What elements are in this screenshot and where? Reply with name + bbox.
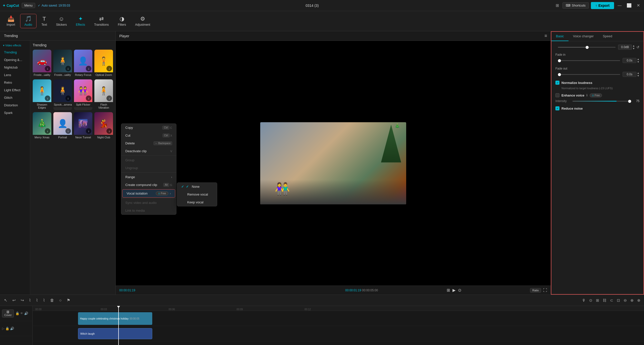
volume-slider-thumb[interactable] [586,46,589,49]
ctx-copy[interactable]: Copy Ctrl C [121,124,176,132]
tab-basic[interactable]: Basic [551,32,569,41]
ctx-range[interactable]: Range › [121,173,176,181]
volume-slider[interactable] [558,47,616,48]
ctx-delete[interactable]: Delete ← Backspace [121,139,176,147]
normalize-checkbox[interactable]: ✓ [555,81,559,85]
effect-download-9[interactable]: ↓ [65,128,71,134]
lock-icon[interactable]: 🔒 [15,311,19,315]
effect-download-0[interactable]: ↓ [45,66,50,71]
sidebar-item-trending[interactable]: Trending [1,49,29,56]
sidebar-item-lens[interactable]: Lens [1,71,29,79]
grid-view-button[interactable]: ⊞ [447,288,450,293]
effect-card-4[interactable]: 🧍↓Sharpen Edges [33,79,51,110]
clip-button[interactable]: ⊂ [609,297,614,304]
fade-in-up-button[interactable]: ▲ [637,58,639,60]
circle-button[interactable]: ○ [58,297,63,304]
text-tool[interactable]: T Text [37,14,51,28]
volume-icon[interactable]: 🔊 [24,311,28,315]
minimize-button[interactable]: — [616,3,623,8]
volume-up-button[interactable]: ▲ [632,44,635,47]
layout-icon[interactable]: ⊞ [554,3,560,8]
mic-button[interactable]: 🎙 [581,297,587,303]
ctx-deactivate[interactable]: Deactivate clip V [121,147,176,155]
ripple-button[interactable]: ⌇ [42,297,47,304]
audio-vol-icon[interactable]: 🔊 [10,327,14,330]
redo-button[interactable]: ↪ [19,297,25,304]
close-button[interactable]: ✕ [635,3,641,8]
sidebar-item-distortion[interactable]: Distortion [1,102,29,109]
audio-clip[interactable]: Witch laugh [78,328,152,339]
effect-download-11[interactable]: ↓ [106,128,112,134]
effect-card-0[interactable]: 🚗↓Froste...uality [33,50,51,77]
enhance-info-icon[interactable]: ℹ [586,93,588,97]
effect-card-10[interactable]: 🌆↓Neon Tunnel [74,112,93,140]
fade-in-thumb[interactable] [558,59,561,62]
import-tool[interactable]: 📥 Import [3,14,19,28]
audio-lock-icon[interactable]: 🔒 [5,327,9,330]
tab-speed[interactable]: Speed [598,32,617,41]
undo-button[interactable]: ↩ [11,297,17,304]
export-button[interactable]: ↑ Export [591,2,614,9]
video-clip[interactable]: Happy couple celebrating christmas holid… [78,312,152,325]
link-button[interactable]: ⊞ [595,297,600,304]
effect-download-8[interactable]: ↓ [45,128,50,134]
effect-card-9[interactable]: 👤↓Portrait [53,112,72,140]
select-tool-button[interactable]: ↖ [3,297,9,304]
effect-download-4[interactable]: ↓ [45,96,50,101]
fullscreen-button[interactable]: ⛶ [543,288,547,293]
reduce-noise-checkbox[interactable]: ✓ [555,106,559,110]
ctx-compound[interactable]: Create compound clip Alt G [121,181,176,189]
effect-download-1[interactable]: ↓ [65,66,71,71]
effect-card-3[interactable]: 🧍↓Optical Zoom [94,50,113,77]
trim-button[interactable]: ⌇ [34,297,40,304]
effect-download-10[interactable]: ↓ [86,128,91,134]
fade-out-up-button[interactable]: ▲ [637,72,639,74]
effect-card-6[interactable]: 👭↓Split Flicker [74,79,93,110]
effect-card-2[interactable]: 👤↓Rotary Focus [74,50,93,77]
effect-card-8[interactable]: 🎄↓Merry Xmas [33,112,51,140]
audio-tool[interactable]: 🎵 Audio [20,14,36,28]
sidebar-item-retro[interactable]: Retro [1,79,29,86]
menu-button[interactable]: Menu [22,3,35,8]
ratio-button[interactable]: Ratio [530,288,541,293]
stickers-tool[interactable]: ☺ Stickers [52,14,71,28]
sidebar-item-lighteffect[interactable]: Light Effect [1,86,29,94]
ctx-cut[interactable]: Cut Ctrl X [121,132,176,139]
fade-out-thumb[interactable] [558,73,561,76]
audio-play-icon[interactable]: ▷ [2,327,5,330]
sidebar-item-opening[interactable]: Opening &... [1,56,29,64]
effects-tool[interactable]: ✦ Effects [72,14,89,28]
eye-icon[interactable]: 👁 [20,311,23,315]
sidebar-item-nightclub[interactable]: Nightclub [1,64,29,71]
play-button[interactable]: ▶ [452,288,456,293]
screenshot-button[interactable]: ⊙ [458,288,461,293]
effect-card-1[interactable]: 🧍↓Froste...uality [53,50,72,77]
shortcuts-button[interactable]: ⌨ Shortcuts [562,2,589,9]
split-button[interactable]: ⌇ [27,297,32,304]
flag-button[interactable]: ⚑ [65,297,72,304]
effect-download-2[interactable]: ↓ [86,66,91,71]
intensity-slider[interactable] [573,101,631,102]
submenu-none[interactable]: ✓ None [177,183,217,191]
sidebar-item-glitch[interactable]: Glitch [1,94,29,101]
fade-in-slider[interactable] [558,60,620,61]
submenu-keep-vocal[interactable]: Keep vocal [177,198,217,206]
maximize-button[interactable]: ⬜ [625,3,633,8]
transitions-tool[interactable]: ⇄ Transitions [90,14,113,28]
volume-down-button[interactable]: ▼ [632,47,635,50]
adjustment-tool[interactable]: ⚙ Adjustment [131,14,154,28]
ctx-vocal-isolation[interactable]: Vocal isolation ⊙ Free › [122,189,175,198]
effect-download-5[interactable]: ↓ [65,96,71,101]
magnet-button[interactable]: ⊙ [588,297,593,304]
settings-button[interactable]: ⊕ [636,297,641,304]
sidebar-item-spark[interactable]: Spark [1,109,29,116]
tab-voice-changer[interactable]: Voice changer [569,32,598,41]
intensity-thumb[interactable] [628,100,631,103]
caption-button[interactable]: ⊡ [616,297,621,304]
chain-button[interactable]: ⛓ [602,297,608,303]
submenu-remove-vocal[interactable]: Remove vocal [177,191,217,198]
player-menu-icon[interactable]: ≡ [544,33,547,39]
effect-download-6[interactable]: ↓ [86,96,91,101]
zoom-in-button[interactable]: ⊕ [629,297,635,304]
zoom-out-button[interactable]: ⊖ [623,297,628,304]
